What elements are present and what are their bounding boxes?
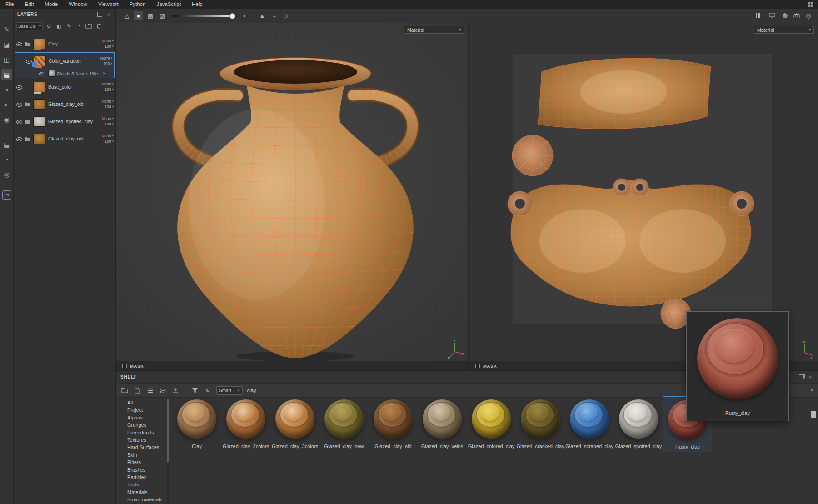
falloff-curve-icon[interactable]: ◑ bbox=[239, 11, 249, 20]
shelf-scrollbar[interactable] bbox=[811, 411, 816, 418]
category-scrollbar[interactable] bbox=[167, 399, 169, 504]
visibility-eye-icon[interactable] bbox=[16, 119, 22, 125]
menu-mode[interactable]: Mode bbox=[39, 0, 63, 9]
layer-row-glazed-clay-old[interactable]: Glazed_clay_old Norm▾ 100▾ bbox=[14, 95, 115, 113]
stencil-triangle-icon[interactable]: △ bbox=[122, 11, 131, 20]
material-thumbnail-glazed-cracked-clay[interactable]: Glazed_cracked_clay bbox=[516, 396, 565, 452]
menu-edit[interactable]: Edit bbox=[20, 0, 40, 9]
material-thumbnail-glazed-clay-veins[interactable]: Glazed_clay_veins bbox=[418, 396, 467, 452]
render-mode-icon[interactable]: ◎ bbox=[804, 11, 813, 20]
visibility-eye-icon[interactable] bbox=[16, 101, 22, 107]
dither-pattern-icon[interactable]: ▨ bbox=[158, 11, 167, 20]
layer-blend-mode[interactable]: Norm▾ bbox=[102, 134, 114, 138]
display-tool-icon[interactable]: ◎ bbox=[1, 169, 12, 180]
projection-tool-icon[interactable]: ◫ bbox=[1, 54, 12, 65]
viewport-2d[interactable]: Material▾ V U bbox=[469, 23, 818, 361]
material-thumbnail-glazed-spotted-clay[interactable]: Glazed_spotted_clay bbox=[614, 396, 663, 452]
category-alphas[interactable]: Alphas bbox=[123, 414, 165, 421]
visibility-eye-icon[interactable] bbox=[16, 136, 22, 142]
display-settings-icon[interactable] bbox=[768, 11, 777, 20]
alpha-checker-icon[interactable]: ▩ bbox=[146, 11, 155, 20]
category-filters[interactable]: Filters bbox=[123, 459, 165, 466]
add-folder-icon[interactable] bbox=[85, 22, 93, 30]
category-materials[interactable]: Materials bbox=[123, 489, 165, 496]
brush-size-slider[interactable] bbox=[172, 15, 235, 17]
hide-labels-icon[interactable] bbox=[159, 386, 167, 394]
axis-gizmo-3d[interactable]: Y X Z bbox=[446, 339, 464, 360]
add-smart-material-icon[interactable]: ◔ bbox=[75, 22, 83, 30]
material-thumbnail-glazed-scraped-clay[interactable]: Glazed_scraped_clay bbox=[565, 396, 614, 452]
viewport-divider[interactable] bbox=[468, 23, 469, 370]
menu-file[interactable]: File bbox=[0, 0, 20, 9]
material-sphere-icon[interactable] bbox=[780, 11, 789, 20]
menu-python[interactable]: Python bbox=[124, 0, 151, 9]
layer-blend-mode[interactable]: Norm▾ bbox=[100, 56, 112, 60]
workspace-grid-icon[interactable] bbox=[808, 2, 813, 7]
alignment-icon[interactable]: ▲ bbox=[258, 11, 267, 20]
layer-row-glazed-clay-old-2[interactable]: Glazed_clay_old Norm▾ 100▾ bbox=[14, 130, 115, 147]
material-picker-tool-icon[interactable]: ◉ bbox=[1, 114, 12, 125]
category-particles[interactable]: Particles bbox=[123, 474, 165, 481]
material-thumbnail-glazed-colored-clay[interactable]: Glazed_colored_clay bbox=[467, 396, 516, 452]
mask-effect-row[interactable]: Clouds 3 Norm▾ 100▾ × bbox=[15, 69, 114, 78]
symmetry-icon[interactable]: ◇ bbox=[281, 11, 290, 20]
visibility-eye-icon[interactable] bbox=[39, 71, 44, 76]
layer-opacity[interactable]: 100▾ bbox=[103, 61, 112, 66]
category-textures[interactable]: Textures bbox=[123, 436, 165, 444]
visibility-eye-icon[interactable] bbox=[16, 41, 22, 47]
category-tools[interactable]: Tools bbox=[123, 481, 165, 488]
smart-materials-filter-chip[interactable]: Smart... × bbox=[216, 386, 243, 395]
menu-help[interactable]: Help bbox=[186, 0, 208, 9]
layer-opacity[interactable]: 100▾ bbox=[105, 44, 114, 49]
add-paint-layer-icon[interactable]: ✎ bbox=[65, 22, 73, 30]
effect-blend-mode[interactable]: Norm▾ bbox=[76, 71, 88, 76]
close-panel-icon[interactable]: × bbox=[105, 11, 112, 18]
category-procedurals[interactable]: Procedurals bbox=[123, 429, 165, 436]
lazy-mouse-icon[interactable]: ≈ bbox=[269, 11, 279, 20]
channel-selector-dropdown[interactable]: Base Col▾ bbox=[16, 22, 43, 30]
close-panel-icon[interactable]: × bbox=[807, 374, 813, 380]
clone-tool-icon[interactable]: ◐ bbox=[1, 99, 12, 110]
pause-engine-icon[interactable] bbox=[753, 11, 762, 20]
layer-blend-mode[interactable]: Norm▾ bbox=[102, 99, 114, 104]
menu-window[interactable]: Window bbox=[63, 0, 93, 9]
camera-icon[interactable] bbox=[792, 11, 801, 20]
search-input[interactable]: clay bbox=[247, 388, 256, 393]
material-thumbnail-glazed-clay-old[interactable]: Glazed_clay_old bbox=[369, 396, 418, 452]
shelf-folder-icon[interactable] bbox=[120, 386, 129, 394]
layer-blend-mode[interactable]: Norm▾ bbox=[102, 39, 114, 43]
list-view-icon[interactable] bbox=[146, 386, 154, 394]
material-thumbnail-glazed-clay-3colors[interactable]: Glazed_clay_3colors bbox=[270, 396, 319, 452]
layer-row-clay[interactable]: Clay Norm▾ 100▾ bbox=[14, 35, 115, 52]
category-smart-materials[interactable]: Smart materials bbox=[123, 496, 165, 503]
refresh-icon[interactable]: ↻ bbox=[204, 386, 212, 394]
mask-checkbox-icon[interactable] bbox=[475, 364, 480, 368]
material-thumbnail-clay[interactable]: Clay bbox=[172, 396, 221, 452]
menu-viewport[interactable]: Viewport bbox=[93, 0, 124, 9]
layer-row-glazed-spotted-clay[interactable]: Glazed_spotted_clay Norm▾ 100▾ bbox=[14, 113, 115, 130]
polygon-fill-tool-icon[interactable]: ▦ bbox=[1, 69, 12, 80]
eraser-tool-icon[interactable]: ◪ bbox=[1, 39, 12, 50]
paint-tool-icon[interactable]: ✎ bbox=[1, 24, 12, 35]
remove-effect-icon[interactable]: × bbox=[103, 71, 106, 76]
layer-row-color-variation[interactable]: Color_variation Norm▾ 100▾ bbox=[15, 53, 114, 69]
viewport-3d[interactable]: Material▾ Y X Z bbox=[116, 23, 468, 361]
stencil-square-icon[interactable]: ■ bbox=[134, 11, 143, 20]
effects-tool-icon[interactable]: ▤ bbox=[1, 139, 12, 150]
import-resources-icon[interactable] bbox=[171, 386, 180, 394]
menu-javascript[interactable]: JavaScript bbox=[151, 0, 186, 9]
layer-blend-mode[interactable]: Norm▾ bbox=[102, 116, 114, 121]
category-project[interactable]: Project bbox=[123, 406, 165, 414]
category-brushes[interactable]: Brushes bbox=[123, 466, 165, 474]
layer-opacity[interactable]: 100▾ bbox=[105, 122, 114, 126]
material-thumbnail-glazed-clay-2colors[interactable]: Glazed_clay_2colors bbox=[221, 396, 270, 452]
add-effect-icon[interactable]: ⊕ bbox=[45, 22, 53, 30]
settings-tool-icon[interactable]: ◔ bbox=[1, 154, 12, 165]
visibility-eye-icon[interactable] bbox=[16, 84, 22, 90]
visibility-eye-icon[interactable] bbox=[26, 58, 32, 64]
clear-search-icon[interactable]: × bbox=[810, 387, 813, 394]
mask-checkbox-icon[interactable] bbox=[122, 364, 127, 368]
layer-row-base-color[interactable]: Base_color Norm▾ 100▾ bbox=[14, 78, 115, 95]
undock-panel-icon[interactable] bbox=[798, 374, 804, 380]
undock-panel-icon[interactable] bbox=[96, 11, 103, 18]
